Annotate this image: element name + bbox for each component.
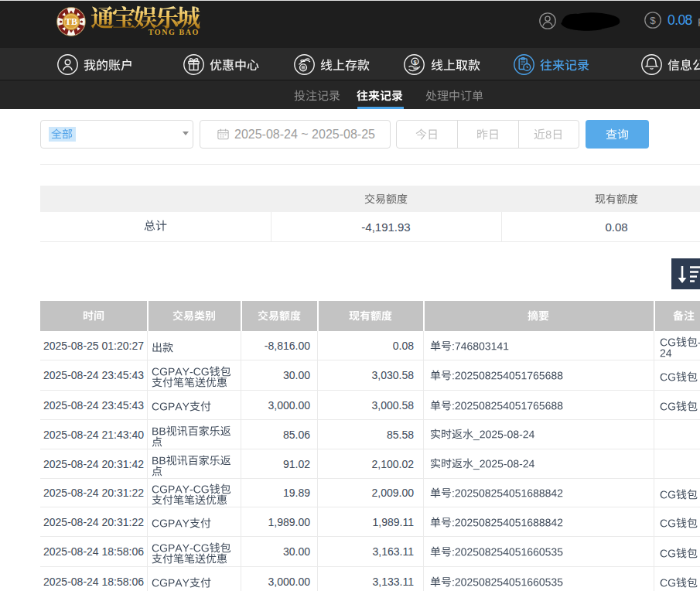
svg-text:$: $	[650, 15, 656, 26]
svg-text:TB: TB	[65, 16, 77, 27]
